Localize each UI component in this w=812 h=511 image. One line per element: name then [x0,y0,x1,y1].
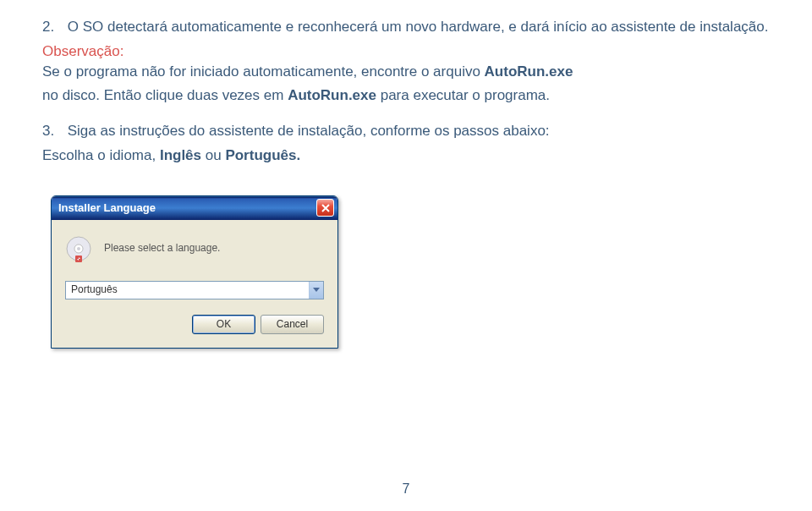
installer-language-dialog: Installer Language Please select a langu… [51,195,338,349]
autorun-filename: AutoRun.exe [485,63,573,80]
dialog-button-row: OK Cancel [65,315,324,334]
dialog-body: Please select a language. Português OK C… [52,220,337,348]
step-number: 3. [42,121,63,141]
cancel-button[interactable]: Cancel [261,315,324,334]
autorun-filename: AutoRun.exe [288,87,376,103]
page-number: 7 [403,480,410,498]
step-3: 3. Siga as instruções do assistente de i… [42,121,770,141]
observation-line-1: Se o programa não for iniciado automatic… [42,62,770,82]
dialog-title: Installer Language [58,201,156,216]
choose-language-instruction: Escolha o idioma, Inglês ou Português. [42,146,770,166]
observation-title: Observação: [42,41,770,62]
language-select[interactable]: Português [65,281,324,299]
installer-dialog-wrapper: Installer Language Please select a langu… [51,195,770,349]
disc-icon [65,235,92,262]
selected-language: Português [71,283,118,297]
dropdown-arrow[interactable] [309,282,323,299]
dialog-titlebar[interactable]: Installer Language [52,196,337,220]
ok-button[interactable]: OK [192,315,255,334]
dialog-message: Please select a language. [104,241,220,256]
close-icon [321,204,330,212]
step-number: 2. [42,17,63,37]
message-row: Please select a language. [65,235,324,262]
observation-block: Observação: Se o programa não for inicia… [42,41,770,106]
language-select-row: Português [65,281,324,299]
observation-line-2: no disco. Então clique duas vezes em Aut… [42,85,770,106]
chevron-down-icon [313,288,320,293]
close-button[interactable] [316,199,334,217]
step-text: Siga as instruções do assistente de inst… [68,123,550,139]
svg-point-2 [77,247,80,250]
step-text: O SO detectará automaticamente e reconhe… [68,19,769,35]
step-2: 2. O SO detectará automaticamente e reco… [42,17,770,37]
